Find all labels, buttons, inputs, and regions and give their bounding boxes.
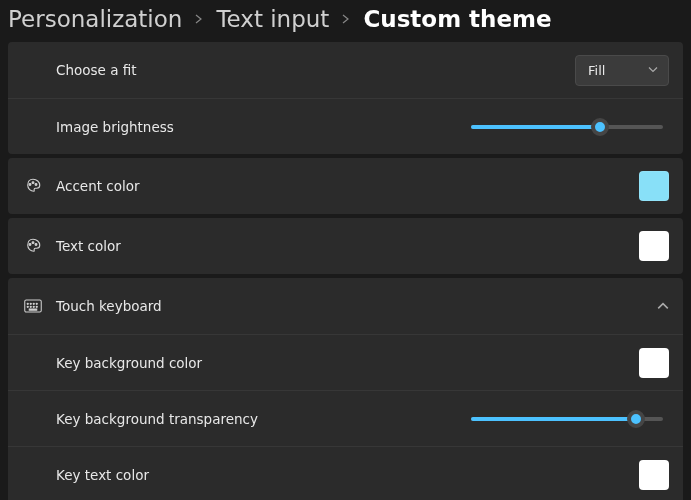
accent-color-card: Accent color — [8, 158, 683, 214]
svg-point-11 — [27, 306, 28, 307]
svg-point-1 — [32, 182, 34, 184]
key-text-color-swatch[interactable] — [639, 460, 669, 490]
svg-point-0 — [29, 184, 31, 186]
svg-point-7 — [27, 303, 28, 304]
chevron-down-icon — [648, 63, 658, 78]
image-brightness-row: Image brightness — [8, 98, 683, 154]
key-bg-color-label: Key background color — [56, 355, 639, 371]
key-bg-color-swatch[interactable] — [639, 348, 669, 378]
svg-point-13 — [33, 306, 34, 307]
choose-fit-row: Choose a fit Fill — [8, 42, 683, 98]
svg-rect-15 — [29, 309, 37, 310]
accent-color-label: Accent color — [56, 178, 639, 194]
key-bg-transparency-label: Key background transparency — [56, 411, 471, 427]
breadcrumb-personalization[interactable]: Personalization — [8, 6, 182, 32]
key-bg-transparency-slider[interactable] — [471, 409, 663, 429]
svg-point-3 — [29, 244, 31, 246]
svg-point-8 — [30, 303, 31, 304]
svg-point-2 — [35, 184, 37, 186]
key-text-color-label: Key text color — [56, 467, 639, 483]
breadcrumb-text-input[interactable]: Text input — [216, 6, 329, 32]
text-color-row: Text color — [8, 218, 683, 274]
breadcrumb-custom-theme: Custom theme — [363, 6, 551, 32]
svg-point-10 — [36, 303, 37, 304]
chevron-right-icon — [194, 11, 204, 27]
palette-icon — [22, 235, 44, 257]
svg-point-4 — [32, 242, 34, 244]
key-text-color-row: Key text color — [8, 446, 683, 500]
accent-color-swatch[interactable] — [639, 171, 669, 201]
text-color-card: Text color — [8, 218, 683, 274]
touch-keyboard-card: Touch keyboard Key background color Key … — [8, 278, 683, 500]
accent-color-row: Accent color — [8, 158, 683, 214]
brightness-slider[interactable] — [471, 117, 663, 137]
chevron-right-icon — [341, 11, 351, 27]
keyboard-icon — [22, 295, 44, 317]
chevron-up-icon[interactable] — [657, 297, 669, 316]
breadcrumb: Personalization Text input Custom theme — [8, 0, 683, 42]
touch-keyboard-label: Touch keyboard — [56, 298, 657, 314]
text-color-swatch[interactable] — [639, 231, 669, 261]
text-color-label: Text color — [56, 238, 639, 254]
fit-select-value: Fill — [588, 63, 605, 78]
choose-fit-label: Choose a fit — [56, 62, 575, 78]
image-brightness-label: Image brightness — [56, 119, 471, 135]
palette-icon — [22, 175, 44, 197]
fit-select[interactable]: Fill — [575, 55, 669, 86]
svg-point-12 — [30, 306, 31, 307]
touch-keyboard-header[interactable]: Touch keyboard — [8, 278, 683, 334]
key-bg-transparency-row: Key background transparency — [8, 390, 683, 446]
svg-point-14 — [36, 306, 37, 307]
svg-point-5 — [35, 244, 37, 246]
key-bg-color-row: Key background color — [8, 334, 683, 390]
svg-point-9 — [33, 303, 34, 304]
fit-brightness-card: Choose a fit Fill Image brightness — [8, 42, 683, 154]
